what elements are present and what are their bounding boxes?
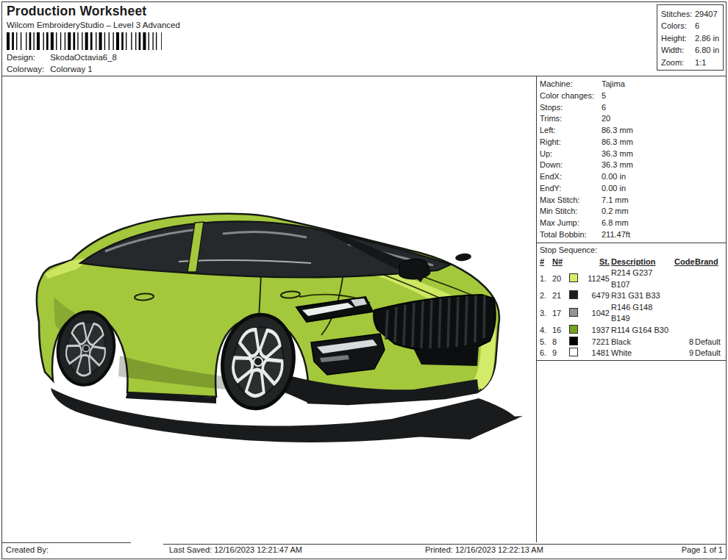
- stitch-summary-box: Stitches: 29407 Colors: 6 Height: 2.86 i…: [657, 4, 724, 71]
- thread-description: R31 G31 B33: [611, 290, 673, 302]
- colorway-value: Colorway 1: [50, 65, 93, 73]
- design-preview-canvas: [2, 76, 536, 542]
- info-label: Color changes:: [540, 90, 602, 102]
- info-value: 86.3 mm: [602, 125, 724, 137]
- info-label: Zoom:: [661, 57, 695, 68]
- col-stitches: St.: [582, 256, 610, 268]
- info-label: Max Jump:: [540, 218, 602, 229]
- stop-sequence-row: 6. 9 1481 White 9 Default: [537, 348, 726, 359]
- thread-brand: Default: [695, 337, 724, 348]
- info-row: Min Stitch: 0.2 mm: [540, 206, 724, 218]
- stitch-count: 1937: [582, 325, 610, 337]
- thread-description: R114 G164 B30: [611, 325, 673, 337]
- stop-sequence-row: 2. 21 6479 R31 G31 B33: [537, 290, 726, 302]
- info-label: Max Stitch:: [540, 195, 602, 207]
- info-row: Machine: Tajima: [540, 79, 724, 90]
- info-row: Up: 36.3 mm: [540, 148, 724, 160]
- info-value: 7.1 mm: [602, 195, 724, 207]
- thread-description: R146 G148 B149: [611, 302, 673, 325]
- col-brand: Brand: [695, 256, 724, 268]
- info-value: 6: [602, 102, 724, 114]
- stitch-count: 11245: [582, 273, 610, 285]
- info-label: Right:: [540, 137, 602, 148]
- info-label: Height:: [661, 32, 695, 44]
- thread-color-swatch: [569, 325, 578, 334]
- page-number: Page 1 of 1: [682, 545, 723, 554]
- info-value: 29407: [695, 8, 723, 20]
- info-label: EndY:: [540, 183, 602, 195]
- col-code: Code: [674, 256, 693, 268]
- info-label: Up:: [540, 148, 602, 160]
- info-label: Width:: [661, 44, 695, 56]
- machine-info-rows: Machine: Tajima Color changes: 5 Stops: …: [537, 76, 726, 241]
- col-needle: N#: [552, 256, 568, 268]
- info-row: Max Stitch: 7.1 mm: [540, 195, 724, 207]
- info-value: Tajima: [602, 79, 724, 90]
- thread-description: White: [611, 348, 673, 359]
- stitch-count: 1042: [582, 308, 610, 320]
- design-value: SkodaOctavia6_8: [50, 53, 117, 62]
- swatch-cell: [569, 348, 580, 359]
- info-row: Color changes: 5: [540, 90, 724, 102]
- info-row: Down: 36.3 mm: [540, 159, 724, 171]
- info-label: Stops:: [540, 102, 602, 114]
- thread-color-swatch: [569, 308, 578, 317]
- info-value: 0.00 in: [602, 183, 724, 195]
- stitch-count: 6479: [582, 290, 610, 302]
- last-saved-timestamp: Last Saved: 12/16/2023 12:21:47 AM: [169, 545, 302, 554]
- stitch-count: 7221: [582, 337, 610, 348]
- info-row: Trims: 20: [540, 113, 724, 125]
- info-value: 6.80 in: [695, 44, 723, 56]
- info-label: Stitches:: [661, 8, 695, 20]
- info-value: 5: [602, 90, 724, 102]
- info-value: 6.8 mm: [602, 218, 724, 229]
- created-by-label: Created By:: [6, 545, 49, 554]
- thread-brand: Default: [695, 348, 724, 359]
- info-value: 2.86 in: [695, 32, 723, 44]
- row-number: 5.: [540, 337, 551, 348]
- thread-description: R214 G237 B107: [611, 268, 673, 290]
- info-value: 0.00 in: [602, 171, 724, 183]
- info-row: Stops: 6: [540, 102, 724, 114]
- footer-border-1: [2, 542, 131, 543]
- row-number: 1.: [540, 273, 551, 285]
- swatch-cell: [569, 325, 580, 337]
- thread-color-swatch: [569, 348, 578, 356]
- car-artwork: [2, 76, 536, 542]
- row-number: 4.: [540, 325, 551, 337]
- info-row: Max Jump: 6.8 mm: [540, 218, 724, 229]
- info-label: Trims:: [540, 113, 602, 125]
- design-label: Design:: [7, 53, 48, 62]
- needle-number: 21: [552, 290, 568, 302]
- stop-sequence-header: # N# St. Description Code Brand: [537, 256, 726, 268]
- stop-sequence-rows: 1. 20 11245 R214 G237 B107 2. 21 6479 R3…: [537, 268, 726, 359]
- row-number: 3.: [540, 308, 551, 320]
- info-row: Stitches: 29407: [661, 8, 723, 20]
- machine-info-panel: Machine: Tajima Color changes: 5 Stops: …: [536, 76, 726, 542]
- footer-border-2: [163, 544, 726, 545]
- stitch-count: 1481: [582, 348, 610, 359]
- info-label: EndX:: [540, 171, 602, 183]
- info-row: EndY: 0.00 in: [540, 183, 724, 195]
- info-label: Colors:: [661, 20, 695, 32]
- swatch-cell: [569, 337, 580, 348]
- stitch-summary-rows: Stitches: 29407 Colors: 6 Height: 2.86 i…: [661, 8, 723, 68]
- info-row: EndX: 0.00 in: [540, 171, 724, 183]
- info-label: Machine:: [540, 79, 602, 90]
- info-value: 1:1: [695, 57, 723, 68]
- design-row: Design: SkodaOctavia6_8: [7, 53, 117, 62]
- swatch-cell: [569, 308, 580, 320]
- info-label: Total Bobbin:: [540, 229, 602, 241]
- info-value: 20: [602, 113, 724, 125]
- thread-description: Black: [611, 337, 673, 348]
- thread-color-swatch: [569, 273, 578, 282]
- swatch-cell: [569, 290, 580, 302]
- needle-number: 16: [552, 325, 568, 337]
- info-row: Width: 6.80 in: [661, 44, 723, 56]
- col-description: Description: [611, 256, 673, 268]
- thread-code: 8: [674, 337, 693, 348]
- row-number: 2.: [540, 290, 551, 302]
- thread-code: 9: [674, 348, 693, 359]
- needle-number: 8: [552, 337, 568, 348]
- info-row: Zoom: 1:1: [661, 57, 723, 68]
